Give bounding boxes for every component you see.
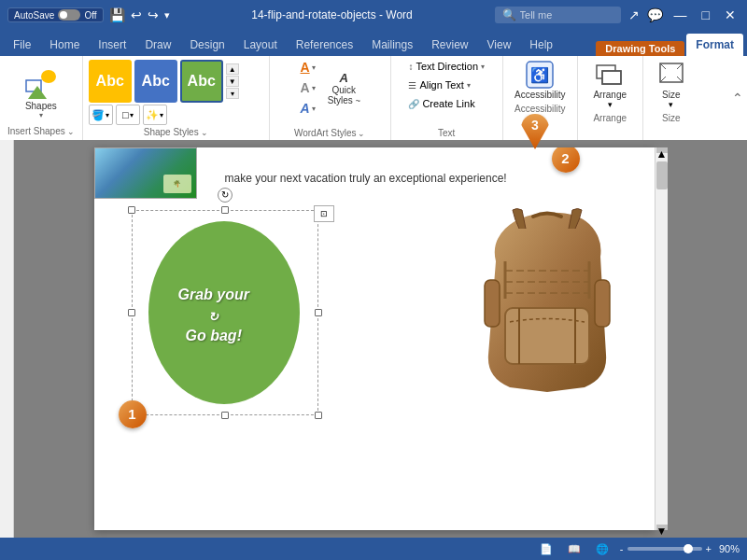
more-commands-icon[interactable]: ▾ <box>164 9 170 21</box>
arrange-button[interactable]: Arrange ▾ <box>587 58 632 111</box>
title-bar-right: 🔍 ↗ 💬 — □ ✕ <box>495 7 740 23</box>
handle-top-left[interactable] <box>128 206 135 214</box>
handle-mid-right[interactable] <box>315 309 322 316</box>
right-scrollbar[interactable]: ▲ ▼ <box>655 147 668 530</box>
text-fill-arrow[interactable]: ▾ <box>312 63 316 72</box>
vacation-image: 🌴 <box>94 147 197 199</box>
tab-design[interactable]: Design <box>180 34 233 56</box>
style-box-green[interactable]: Abc <box>180 60 223 103</box>
text-direction-icon: ↕ <box>408 62 413 72</box>
style-scroll-down[interactable]: ▼ <box>226 76 239 87</box>
tab-mailings[interactable]: Mailings <box>362 34 422 56</box>
style-scroll-more[interactable]: ▾ <box>226 88 239 99</box>
quick-styles-button[interactable]: A Quick Styles ~ <box>324 69 364 107</box>
text-direction-button[interactable]: ↕ Text Direction ▾ <box>403 58 489 75</box>
view-read-icon[interactable]: 📖 <box>564 541 585 557</box>
size-group: Size ▾ Size <box>643 56 699 140</box>
svg-line-12 <box>677 77 683 82</box>
svg-line-10 <box>677 63 683 69</box>
tab-view[interactable]: View <box>478 34 521 56</box>
document-viewport[interactable]: 🌴 make your next vacation truly an excep… <box>14 140 747 538</box>
shape-fill-button[interactable]: 🪣 ▾ <box>89 105 113 125</box>
text-outline-arrow[interactable]: ▾ <box>312 84 316 92</box>
align-text-button[interactable]: ☰ Align Text ▾ <box>403 77 489 93</box>
shape-container[interactable]: ↻ Grab your ↻ Go bag! 1 <box>132 210 318 415</box>
quick-styles-arrow[interactable]: ~ <box>356 96 360 105</box>
view-print-icon[interactable]: 📄 <box>536 541 557 557</box>
scroll-thumb[interactable] <box>656 161 668 189</box>
tab-layout[interactable]: Layout <box>234 34 287 56</box>
autosave-state: Off <box>84 10 96 21</box>
search-input[interactable] <box>520 9 613 21</box>
status-bar: 📄 📖 🌐 - + 90% <box>0 538 747 560</box>
scroll-up-arrow[interactable]: ▲ <box>656 147 668 153</box>
tab-format[interactable]: Format <box>686 34 743 56</box>
tab-references[interactable]: References <box>287 34 362 56</box>
arrange-arrow[interactable]: ▾ <box>608 100 613 109</box>
size-arrow[interactable]: ▾ <box>669 100 673 109</box>
zoom-plus-button[interactable]: + <box>706 543 712 554</box>
save-icon[interactable]: 💾 <box>109 7 125 22</box>
autosave-toggle[interactable]: AutoSave Off <box>7 7 104 22</box>
style-boxes-row: Abc Abc Abc <box>89 60 223 103</box>
style-box-blue[interactable]: Abc <box>134 60 177 103</box>
handle-bottom-right[interactable] <box>315 412 322 419</box>
comment-icon[interactable]: 💬 <box>647 7 663 22</box>
tab-file[interactable]: File <box>4 34 40 56</box>
zoom-track[interactable] <box>627 547 702 551</box>
arrange-label: Arrange <box>593 90 627 100</box>
size-label-row: Size <box>649 113 694 123</box>
accessibility-button[interactable]: ♿ Accessibility <box>511 58 569 102</box>
scroll-down-arrow[interactable]: ▼ <box>656 525 668 530</box>
tab-draw[interactable]: Draw <box>135 34 180 56</box>
share-icon[interactable]: ↗ <box>628 7 640 22</box>
wordart-styles-group: A ▾ A ▾ A ▾ A Quick <box>270 56 391 140</box>
document-body-text: make your next vacation truly an excepti… <box>225 172 507 185</box>
align-text-icon: ☰ <box>408 80 416 91</box>
title-bar: AutoSave Off 💾 ↩ ↪ ▾ 14-flip-and-rotate-… <box>0 0 747 30</box>
text-direction-arrow[interactable]: ▾ <box>481 63 485 71</box>
maximize-button[interactable]: □ <box>698 7 713 22</box>
create-link-button[interactable]: 🔗 Create Link <box>403 95 489 112</box>
insert-shapes-expand[interactable]: ⌄ <box>67 127 75 136</box>
autosave-pill[interactable] <box>58 9 80 21</box>
text-effects-arrow[interactable]: ▾ <box>312 105 316 113</box>
handle-mid-left[interactable] <box>128 309 135 316</box>
zoom-thumb[interactable] <box>684 544 693 553</box>
style-box-yellow[interactable]: Abc <box>89 60 132 103</box>
redo-icon[interactable]: ↪ <box>148 7 159 22</box>
rotate-handle[interactable]: ↻ <box>218 188 233 203</box>
align-text-arrow[interactable]: ▾ <box>467 81 471 90</box>
minimize-button[interactable]: — <box>670 7 691 22</box>
tab-help[interactable]: Help <box>520 34 562 56</box>
wordart-text-outline-button[interactable]: A ▾ <box>296 78 320 97</box>
zoom-slider[interactable]: - + <box>620 543 712 554</box>
wordart-expand[interactable]: ⌄ <box>358 129 365 138</box>
text-buttons-column: ↕ Text Direction ▾ ☰ Align Text ▾ 🔗 Crea… <box>403 58 489 112</box>
undo-icon[interactable]: ↩ <box>131 7 142 22</box>
shape-outline-button[interactable]: □ ▾ <box>116 105 140 125</box>
handle-bottom-mid[interactable] <box>221 412 229 419</box>
tab-review[interactable]: Review <box>422 34 477 56</box>
shape-styles-label-row: Shape Styles ⌄ <box>89 127 263 137</box>
accessibility-label: Accessibility <box>514 90 565 100</box>
handle-top-mid[interactable] <box>221 206 229 214</box>
style-scroll-up[interactable]: ▲ <box>226 63 239 75</box>
shapes-button[interactable]: Shapes ▾ <box>24 67 58 119</box>
layout-indicator[interactable]: ⊡ <box>314 205 334 222</box>
ribbon-collapse-button[interactable]: ⌃ <box>728 56 747 140</box>
shape-styles-expand[interactable]: ⌄ <box>201 128 208 137</box>
tab-home[interactable]: Home <box>40 34 89 56</box>
effects-dropdown-arrow[interactable]: ▾ <box>160 111 163 119</box>
tab-insert[interactable]: Insert <box>89 34 135 56</box>
fill-dropdown-arrow[interactable]: ▾ <box>106 111 109 119</box>
size-button[interactable]: Size ▾ <box>651 58 692 111</box>
outline-dropdown-arrow[interactable]: ▾ <box>130 111 134 119</box>
view-web-icon[interactable]: 🌐 <box>592 541 613 557</box>
shape-effects-button[interactable]: ✨ ▾ <box>143 105 167 125</box>
wordart-text-fill-button[interactable]: A ▾ <box>296 58 320 77</box>
search-area[interactable]: 🔍 <box>495 7 621 23</box>
zoom-minus-button[interactable]: - <box>620 543 624 554</box>
close-button[interactable]: ✕ <box>721 7 740 22</box>
wordart-text-effects-button[interactable]: A ▾ <box>296 99 320 118</box>
